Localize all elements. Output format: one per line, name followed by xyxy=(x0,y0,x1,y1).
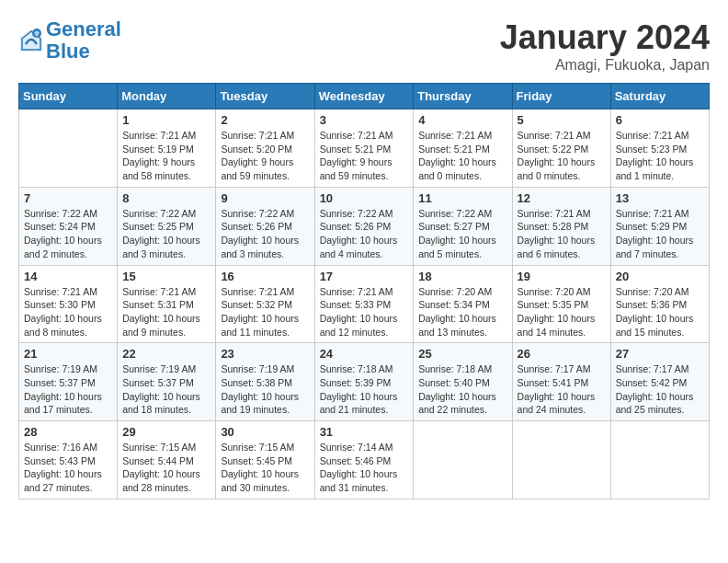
calendar-cell: 10Sunrise: 7:22 AMSunset: 5:26 PMDayligh… xyxy=(314,187,414,265)
day-info: Sunrise: 7:21 AMSunset: 5:20 PMDaylight:… xyxy=(221,129,309,183)
calendar-cell: 11Sunrise: 7:22 AMSunset: 5:27 PMDayligh… xyxy=(414,187,512,265)
day-info: Sunrise: 7:20 AMSunset: 5:34 PMDaylight:… xyxy=(418,285,506,339)
day-info: Sunrise: 7:21 AMSunset: 5:23 PMDaylight:… xyxy=(616,129,704,183)
logo-icon xyxy=(18,28,44,53)
calendar-cell: 28Sunrise: 7:16 AMSunset: 5:43 PMDayligh… xyxy=(19,421,118,500)
day-number: 8 xyxy=(122,191,210,205)
day-info: Sunrise: 7:19 AMSunset: 5:37 PMDaylight:… xyxy=(122,362,210,417)
day-number: 15 xyxy=(122,270,210,283)
calendar-header-row: SundayMondayTuesdayWednesdayThursdayFrid… xyxy=(19,84,710,109)
day-info: Sunrise: 7:22 AMSunset: 5:27 PMDaylight:… xyxy=(418,207,506,261)
calendar-cell xyxy=(414,421,512,500)
day-info: Sunrise: 7:18 AMSunset: 5:40 PMDaylight:… xyxy=(418,362,506,417)
day-number: 10 xyxy=(320,191,409,205)
calendar-cell: 14Sunrise: 7:21 AMSunset: 5:30 PMDayligh… xyxy=(19,265,118,343)
calendar-week-row: 7Sunrise: 7:22 AMSunset: 5:24 PMDaylight… xyxy=(19,187,710,265)
day-number: 19 xyxy=(518,270,606,283)
day-number: 9 xyxy=(221,191,309,205)
calendar-cell: 18Sunrise: 7:20 AMSunset: 5:34 PMDayligh… xyxy=(414,265,512,343)
day-info: Sunrise: 7:21 AMSunset: 5:31 PMDaylight:… xyxy=(122,285,210,339)
calendar-cell: 7Sunrise: 7:22 AMSunset: 5:24 PMDaylight… xyxy=(19,187,118,265)
day-number: 14 xyxy=(24,270,112,283)
calendar-cell: 25Sunrise: 7:18 AMSunset: 5:40 PMDayligh… xyxy=(414,343,512,421)
header-tuesday: Tuesday xyxy=(216,84,314,109)
calendar-cell: 27Sunrise: 7:17 AMSunset: 5:42 PMDayligh… xyxy=(610,343,709,421)
calendar-cell: 26Sunrise: 7:17 AMSunset: 5:41 PMDayligh… xyxy=(512,343,610,421)
day-info: Sunrise: 7:15 AMSunset: 5:44 PMDaylight:… xyxy=(122,441,210,495)
calendar-cell: 12Sunrise: 7:21 AMSunset: 5:28 PMDayligh… xyxy=(512,187,610,265)
day-number: 16 xyxy=(221,270,309,283)
day-number: 2 xyxy=(221,113,309,127)
header-thursday: Thursday xyxy=(414,84,512,109)
calendar-cell: 15Sunrise: 7:21 AMSunset: 5:31 PMDayligh… xyxy=(118,265,216,343)
calendar-cell: 21Sunrise: 7:19 AMSunset: 5:37 PMDayligh… xyxy=(19,343,118,421)
day-number: 13 xyxy=(616,191,704,205)
day-number: 31 xyxy=(320,425,409,439)
calendar-week-row: 14Sunrise: 7:21 AMSunset: 5:30 PMDayligh… xyxy=(19,265,710,343)
day-number: 30 xyxy=(221,425,309,439)
calendar-body: 1Sunrise: 7:21 AMSunset: 5:19 PMDaylight… xyxy=(19,109,710,500)
day-number: 22 xyxy=(122,347,210,361)
logo: GeneralBlue xyxy=(18,18,121,63)
calendar-cell: 13Sunrise: 7:21 AMSunset: 5:29 PMDayligh… xyxy=(610,187,709,265)
day-info: Sunrise: 7:19 AMSunset: 5:38 PMDaylight:… xyxy=(221,362,309,417)
day-info: Sunrise: 7:21 AMSunset: 5:21 PMDaylight:… xyxy=(418,129,506,183)
day-number: 18 xyxy=(418,270,506,283)
day-number: 5 xyxy=(518,113,606,127)
title-block: January 2024 Amagi, Fukuoka, Japan xyxy=(500,18,710,74)
day-info: Sunrise: 7:22 AMSunset: 5:25 PMDaylight:… xyxy=(122,207,210,261)
day-number: 21 xyxy=(24,347,112,361)
calendar-cell: 20Sunrise: 7:20 AMSunset: 5:36 PMDayligh… xyxy=(610,265,709,343)
calendar-cell: 31Sunrise: 7:14 AMSunset: 5:46 PMDayligh… xyxy=(314,421,414,500)
day-info: Sunrise: 7:14 AMSunset: 5:46 PMDaylight:… xyxy=(320,441,409,495)
calendar-week-row: 21Sunrise: 7:19 AMSunset: 5:37 PMDayligh… xyxy=(19,343,710,421)
day-number: 3 xyxy=(320,113,409,127)
day-info: Sunrise: 7:16 AMSunset: 5:43 PMDaylight:… xyxy=(24,441,112,495)
day-info: Sunrise: 7:17 AMSunset: 5:42 PMDaylight:… xyxy=(616,362,704,417)
day-info: Sunrise: 7:21 AMSunset: 5:28 PMDaylight:… xyxy=(518,207,606,261)
day-info: Sunrise: 7:21 AMSunset: 5:32 PMDaylight:… xyxy=(221,285,309,339)
calendar-table: SundayMondayTuesdayWednesdayThursdayFrid… xyxy=(18,83,710,500)
day-number: 12 xyxy=(518,191,606,205)
day-info: Sunrise: 7:21 AMSunset: 5:21 PMDaylight:… xyxy=(320,129,409,183)
day-info: Sunrise: 7:20 AMSunset: 5:36 PMDaylight:… xyxy=(616,285,704,339)
day-number: 25 xyxy=(418,347,506,361)
day-number: 23 xyxy=(221,347,309,361)
day-info: Sunrise: 7:22 AMSunset: 5:26 PMDaylight:… xyxy=(221,207,309,261)
day-number: 28 xyxy=(24,425,112,439)
calendar-week-row: 1Sunrise: 7:21 AMSunset: 5:19 PMDaylight… xyxy=(19,109,710,188)
calendar-cell: 8Sunrise: 7:22 AMSunset: 5:25 PMDaylight… xyxy=(118,187,216,265)
day-info: Sunrise: 7:22 AMSunset: 5:26 PMDaylight:… xyxy=(320,207,409,261)
calendar-cell: 1Sunrise: 7:21 AMSunset: 5:19 PMDaylight… xyxy=(118,109,216,188)
day-number: 1 xyxy=(122,113,210,127)
day-number: 24 xyxy=(320,347,409,361)
month-year-title: January 2024 xyxy=(500,18,710,57)
day-info: Sunrise: 7:21 AMSunset: 5:29 PMDaylight:… xyxy=(616,207,704,261)
day-number: 26 xyxy=(518,347,606,361)
calendar-cell: 2Sunrise: 7:21 AMSunset: 5:20 PMDaylight… xyxy=(216,109,314,188)
calendar-cell: 22Sunrise: 7:19 AMSunset: 5:37 PMDayligh… xyxy=(118,343,216,421)
calendar-cell: 24Sunrise: 7:18 AMSunset: 5:39 PMDayligh… xyxy=(314,343,414,421)
calendar-cell: 23Sunrise: 7:19 AMSunset: 5:38 PMDayligh… xyxy=(216,343,314,421)
day-info: Sunrise: 7:18 AMSunset: 5:39 PMDaylight:… xyxy=(320,362,409,417)
day-number: 17 xyxy=(320,270,409,283)
header-sunday: Sunday xyxy=(19,84,118,109)
calendar-cell: 29Sunrise: 7:15 AMSunset: 5:44 PMDayligh… xyxy=(118,421,216,500)
day-number: 6 xyxy=(616,113,704,127)
day-info: Sunrise: 7:22 AMSunset: 5:24 PMDaylight:… xyxy=(24,207,112,261)
calendar-week-row: 28Sunrise: 7:16 AMSunset: 5:43 PMDayligh… xyxy=(19,421,710,500)
day-number: 27 xyxy=(616,347,704,361)
header-friday: Friday xyxy=(512,84,610,109)
page-header: GeneralBlue January 2024 Amagi, Fukuoka,… xyxy=(18,18,710,74)
calendar-cell: 3Sunrise: 7:21 AMSunset: 5:21 PMDaylight… xyxy=(314,109,414,188)
calendar-cell: 19Sunrise: 7:20 AMSunset: 5:35 PMDayligh… xyxy=(512,265,610,343)
day-number: 20 xyxy=(616,270,704,283)
day-info: Sunrise: 7:15 AMSunset: 5:45 PMDaylight:… xyxy=(221,441,309,495)
day-number: 11 xyxy=(418,191,506,205)
day-info: Sunrise: 7:21 AMSunset: 5:22 PMDaylight:… xyxy=(518,129,606,183)
day-info: Sunrise: 7:21 AMSunset: 5:19 PMDaylight:… xyxy=(122,129,210,183)
calendar-cell xyxy=(512,421,610,500)
calendar-cell: 5Sunrise: 7:21 AMSunset: 5:22 PMDaylight… xyxy=(512,109,610,188)
day-info: Sunrise: 7:17 AMSunset: 5:41 PMDaylight:… xyxy=(518,362,606,417)
day-number: 4 xyxy=(418,113,506,127)
